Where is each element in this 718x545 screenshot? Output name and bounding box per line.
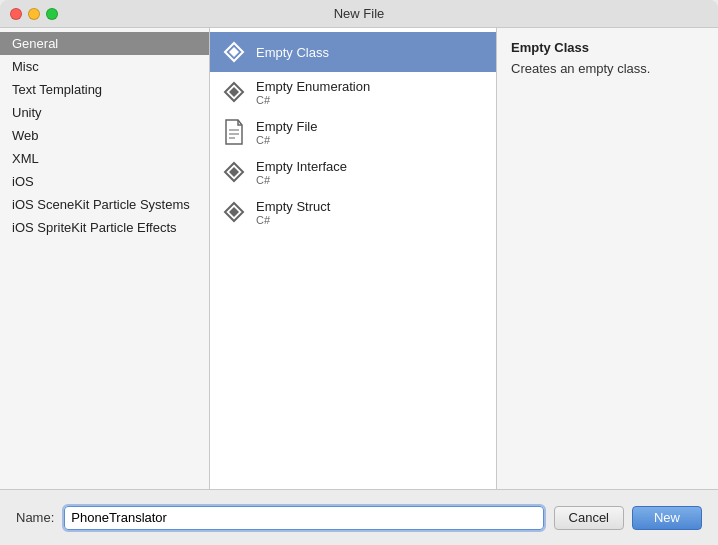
bottom-bar: Name: Cancel New [0, 489, 718, 545]
detail-title: Empty Class [511, 40, 704, 55]
diamond-icon [220, 38, 248, 66]
file-name-empty-enumeration: Empty Enumeration [256, 79, 370, 94]
sidebar-item-ios-scenekit[interactable]: iOS SceneKit Particle Systems [0, 193, 209, 216]
sidebar-item-ios[interactable]: iOS [0, 170, 209, 193]
sidebar-item-unity[interactable]: Unity [0, 101, 209, 124]
file-name-empty-interface: Empty Interface [256, 159, 347, 174]
file-item-empty-file[interactable]: Empty File C# [210, 112, 496, 152]
document-icon [220, 118, 248, 146]
sidebar-item-web[interactable]: Web [0, 124, 209, 147]
diamond-icon [220, 78, 248, 106]
svg-marker-10 [229, 207, 239, 217]
sidebar: General Misc Text Templating Unity Web X… [0, 28, 210, 489]
file-item-empty-struct[interactable]: Empty Struct C# [210, 192, 496, 232]
detail-panel: Empty Class Creates an empty class. [497, 28, 718, 489]
file-sub-empty-file: C# [256, 134, 317, 146]
file-item-empty-class[interactable]: Empty Class [210, 32, 496, 72]
file-item-empty-enumeration[interactable]: Empty Enumeration C# [210, 72, 496, 112]
maximize-button[interactable] [46, 8, 58, 20]
sidebar-item-general[interactable]: General [0, 32, 209, 55]
file-name-empty-class: Empty Class [256, 45, 329, 60]
file-name-empty-file: Empty File [256, 119, 317, 134]
diamond-icon [220, 198, 248, 226]
sidebar-item-text-templating[interactable]: Text Templating [0, 78, 209, 101]
file-sub-empty-struct: C# [256, 214, 330, 226]
close-button[interactable] [10, 8, 22, 20]
file-list: Empty Class Empty Enumeration C# [210, 28, 497, 489]
cancel-button[interactable]: Cancel [554, 506, 624, 530]
main-content: General Misc Text Templating Unity Web X… [0, 28, 718, 489]
window-title: New File [334, 6, 385, 21]
sidebar-item-xml[interactable]: XML [0, 147, 209, 170]
name-label: Name: [16, 510, 54, 525]
file-sub-empty-enumeration: C# [256, 94, 370, 106]
button-row: Cancel New [554, 506, 702, 530]
file-sub-empty-interface: C# [256, 174, 347, 186]
svg-marker-8 [229, 167, 239, 177]
file-item-empty-interface[interactable]: Empty Interface C# [210, 152, 496, 192]
minimize-button[interactable] [28, 8, 40, 20]
sidebar-item-ios-spritekit[interactable]: iOS SpriteKit Particle Effects [0, 216, 209, 239]
titlebar: New File [0, 0, 718, 28]
file-name-empty-struct: Empty Struct [256, 199, 330, 214]
svg-marker-1 [229, 47, 239, 57]
sidebar-item-misc[interactable]: Misc [0, 55, 209, 78]
diamond-icon [220, 158, 248, 186]
name-input[interactable] [64, 506, 543, 530]
traffic-lights [10, 8, 58, 20]
new-button[interactable]: New [632, 506, 702, 530]
detail-description: Creates an empty class. [511, 61, 704, 76]
svg-marker-3 [229, 87, 239, 97]
